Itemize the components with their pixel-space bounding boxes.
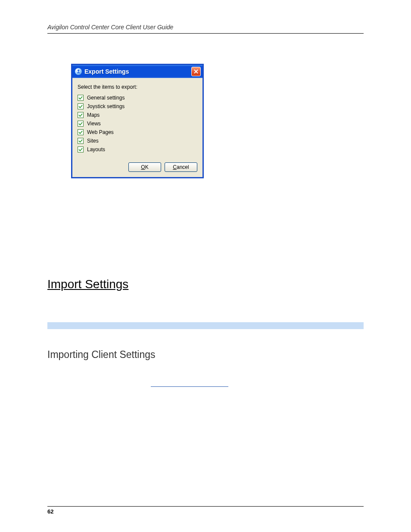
page-footer: 62 bbox=[47, 506, 364, 515]
section-heading-import-settings: Import Settings bbox=[47, 277, 364, 291]
instruction-text: Select the items to export: bbox=[78, 84, 197, 90]
checkbox-icon bbox=[78, 138, 84, 144]
checkbox-row-views[interactable]: Views bbox=[78, 119, 197, 128]
checkbox-row-sites[interactable]: Sites bbox=[78, 137, 197, 145]
export-settings-dialog: Export Settings Select the items to expo… bbox=[71, 64, 204, 178]
link-underline bbox=[151, 386, 228, 387]
page-number: 62 bbox=[47, 508, 364, 515]
checkbox-label: Joystick settings bbox=[87, 103, 125, 109]
titlebar: Export Settings bbox=[72, 65, 202, 78]
checkbox-label: Sites bbox=[87, 138, 99, 144]
page-header: Avigilon Control Center Core Client User… bbox=[47, 24, 364, 33]
checkbox-row-webpages[interactable]: Web Pages bbox=[78, 128, 197, 137]
ok-button[interactable]: OK bbox=[128, 162, 161, 172]
checkbox-row-layouts[interactable]: Layouts bbox=[78, 145, 197, 154]
close-button[interactable] bbox=[191, 67, 201, 76]
checkbox-icon bbox=[78, 121, 84, 127]
checkbox-icon bbox=[78, 146, 84, 152]
dialog-button-row: OK Cancel bbox=[72, 158, 202, 177]
footer-rule bbox=[47, 506, 364, 507]
dialog-title: Export Settings bbox=[84, 68, 189, 75]
checkbox-label: Web Pages bbox=[87, 129, 114, 135]
checkbox-row-maps[interactable]: Maps bbox=[78, 111, 197, 119]
checkbox-icon bbox=[78, 103, 84, 109]
header-rule bbox=[47, 33, 364, 34]
close-icon bbox=[193, 69, 199, 74]
checkbox-icon bbox=[78, 129, 84, 135]
checkbox-icon bbox=[78, 112, 84, 118]
dialog-body: Select the items to export: General sett… bbox=[72, 78, 202, 158]
checkbox-label: Layouts bbox=[87, 146, 105, 152]
dialog-container: Export Settings Select the items to expo… bbox=[71, 64, 364, 178]
checkbox-row-general[interactable]: General settings bbox=[78, 93, 197, 102]
checkbox-label: Views bbox=[87, 121, 101, 127]
export-icon bbox=[75, 68, 82, 75]
checkbox-label: General settings bbox=[87, 95, 125, 101]
checkbox-icon bbox=[78, 95, 84, 101]
checkbox-row-joystick[interactable]: Joystick settings bbox=[78, 102, 197, 111]
blue-divider-bar bbox=[47, 322, 364, 329]
checkbox-label: Maps bbox=[87, 112, 100, 118]
section-heading-importing-client-settings: Importing Client Settings bbox=[47, 349, 364, 361]
cancel-button[interactable]: Cancel bbox=[165, 162, 197, 172]
